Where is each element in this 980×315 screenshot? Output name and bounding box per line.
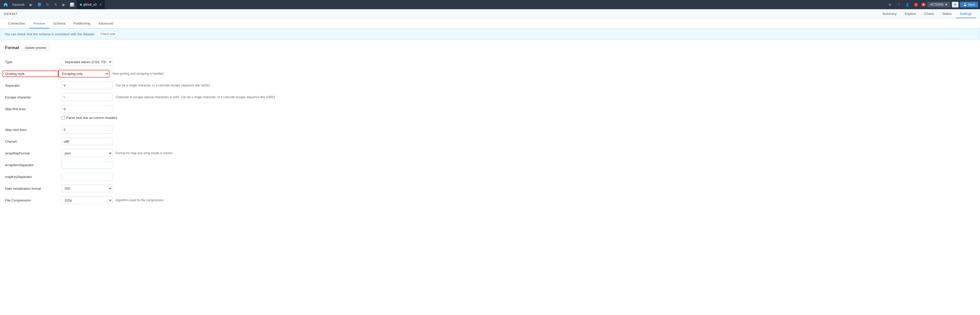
svg-rect-1: [38, 4, 41, 5]
file-compression-label: File Compression: [5, 199, 61, 202]
charset-row: Charset: [5, 135, 975, 147]
date-serial-row: Date serialization format ISO Timestamp …: [5, 183, 975, 194]
subtab-partitioning[interactable]: Partitioning: [70, 19, 94, 29]
separator-row: Separator Can be a single character, or …: [5, 80, 975, 91]
quoting-style-label: Quoting style: [3, 70, 58, 77]
tab-charts[interactable]: Charts: [920, 10, 938, 18]
app-name[interactable]: Redshift: [10, 1, 27, 8]
tab-explore[interactable]: Explore: [901, 10, 920, 18]
tab-settings[interactable]: Settings: [956, 10, 976, 18]
edit-icon[interactable]: ✎: [52, 1, 59, 8]
skip-next-control: [61, 126, 113, 134]
play-icon[interactable]: ▶: [60, 1, 67, 8]
quoting-style-help: How quoting and escaping is handled: [113, 72, 164, 75]
tab-summary[interactable]: Summary: [878, 10, 901, 18]
parse-checkbox[interactable]: [61, 116, 65, 119]
help-icon[interactable]: ?: [895, 1, 902, 8]
save-button[interactable]: 💾 Save: [960, 2, 978, 7]
toolbar-right: ⚙ ? 👤 🔴 4 ACTIONS ▼ ✕ 💾 Save: [886, 1, 978, 8]
dataset-header: DATASET Summary Explore Charts Status Se…: [0, 9, 980, 19]
map-key-sep-control: [61, 173, 113, 180]
tab-status[interactable]: Status: [938, 10, 956, 18]
tab-close[interactable]: ✕: [99, 3, 102, 6]
subtab-preview[interactable]: Preview: [29, 19, 49, 29]
escape-char-input[interactable]: [61, 93, 113, 101]
top-toolbar: Redshift ▶ ↻ ✎ ▶ 📊 github_s3 ✕ ⚙ ? 👤 🔴 4…: [0, 0, 980, 9]
tab-dot: [80, 3, 82, 6]
main-content: Format Update preview Type Separated val…: [0, 40, 980, 211]
skip-next-label: Skip next lines: [5, 128, 61, 132]
escape-char-label: Escape character: [5, 95, 61, 99]
skip-first-row: Skip first lines: [5, 103, 975, 115]
alert-icon[interactable]: 🔴: [913, 1, 920, 8]
format-section-header: Format Update preview: [5, 45, 975, 51]
info-message: You can check that the schema is consist…: [4, 32, 95, 36]
type-label: Type: [5, 60, 61, 64]
actions-button[interactable]: ACTIONS ▼: [928, 2, 950, 7]
settings-icon[interactable]: ⚙: [886, 1, 894, 8]
array-item-sep-control: [61, 161, 113, 169]
format-title: Format: [5, 46, 19, 50]
file-compression-control: GZip None BZip2 Deflate: [61, 196, 113, 204]
svg-rect-2: [38, 6, 41, 6]
array-item-sep-label: arrayItemSeparator: [5, 163, 61, 167]
escape-char-row: Escape character Character to escape spe…: [5, 91, 975, 103]
parse-checkbox-label: Parse next line as column headers: [66, 116, 117, 120]
subtab-schema[interactable]: Schema: [49, 19, 70, 29]
dataset-label: DATASET: [4, 13, 878, 15]
sub-tabs: Connection Preview Schema Partitioning A…: [0, 19, 980, 29]
charset-control: [61, 138, 113, 145]
refresh-icon[interactable]: ↻: [44, 1, 51, 8]
quoting-style-control: Escaping only Double quoting None: [58, 70, 110, 78]
type-control: Separated values (CSV, TSV, ...) JSON Av…: [61, 58, 113, 66]
check-now-button[interactable]: Check now: [97, 31, 118, 37]
type-select[interactable]: Separated values (CSV, TSV, ...) JSON Av…: [61, 58, 113, 66]
skip-first-control: [61, 105, 113, 113]
charset-label: Charset: [5, 140, 61, 143]
escape-char-help: Character to escape special characters i…: [116, 95, 275, 99]
skip-first-input[interactable]: [61, 105, 113, 113]
tab-label: github_s3: [83, 3, 97, 6]
update-preview-button[interactable]: Update preview: [21, 45, 49, 51]
map-key-sep-input[interactable]: [61, 173, 113, 180]
array-map-format-help: Format for map and array inside a column: [116, 151, 173, 155]
array-map-format-select[interactable]: json csv: [61, 149, 113, 157]
skip-next-input[interactable]: [61, 126, 113, 134]
parse-checkbox-row: Parse next line as column headers: [61, 115, 975, 121]
separator-help: Can be a single character, or a Unicode …: [116, 84, 210, 87]
array-item-sep-row: arrayItemSeparator: [5, 159, 975, 171]
date-serial-control: ISO Timestamp Custom: [61, 185, 113, 192]
separator-input[interactable]: [61, 81, 113, 89]
cancel-button[interactable]: ✕: [952, 2, 959, 7]
user-icon[interactable]: 👤: [904, 1, 911, 8]
array-map-format-row: arrayMapFormat json csv Format for map a…: [5, 147, 975, 159]
date-serial-label: Date serialization format: [5, 187, 61, 191]
quoting-style-row: Quoting style Escaping only Double quoti…: [5, 68, 975, 80]
type-row: Type Separated values (CSV, TSV, ...) JS…: [5, 56, 975, 68]
active-tab[interactable]: github_s3 ✕: [77, 0, 105, 9]
svg-rect-0: [38, 3, 41, 4]
charset-input[interactable]: [61, 138, 113, 145]
map-key-sep-row: mapKeySeparator: [5, 171, 975, 183]
date-serial-select[interactable]: ISO Timestamp Custom: [61, 185, 113, 192]
subtab-advanced[interactable]: Advanced: [94, 19, 118, 29]
notification-badge[interactable]: 4: [921, 3, 926, 6]
skip-first-label: Skip first lines: [5, 107, 61, 111]
map-key-sep-label: mapKeySeparator: [5, 175, 61, 179]
file-compression-select[interactable]: GZip None BZip2 Deflate: [61, 196, 113, 204]
chart-icon[interactable]: 📊: [68, 1, 76, 8]
array-map-format-label: arrayMapFormat: [5, 151, 61, 155]
forward-icon[interactable]: ▶: [28, 1, 35, 8]
array-map-format-control: json csv: [61, 149, 113, 157]
quoting-style-select[interactable]: Escaping only Double quoting None: [58, 70, 110, 78]
escape-char-control: [61, 93, 113, 101]
file-compression-help: Algorithm used for file compression: [116, 199, 164, 202]
array-item-sep-input[interactable]: [61, 161, 113, 169]
nav-tabs-right: Summary Explore Charts Status Settings: [878, 10, 976, 18]
dataset-icon[interactable]: [36, 1, 43, 8]
separator-control: [61, 81, 113, 89]
subtab-connection[interactable]: Connection: [4, 19, 29, 29]
skip-next-row: Skip next lines: [5, 124, 975, 135]
separator-label: Separator: [5, 84, 61, 88]
file-compression-row: File Compression GZip None BZip2 Deflate…: [5, 194, 975, 206]
